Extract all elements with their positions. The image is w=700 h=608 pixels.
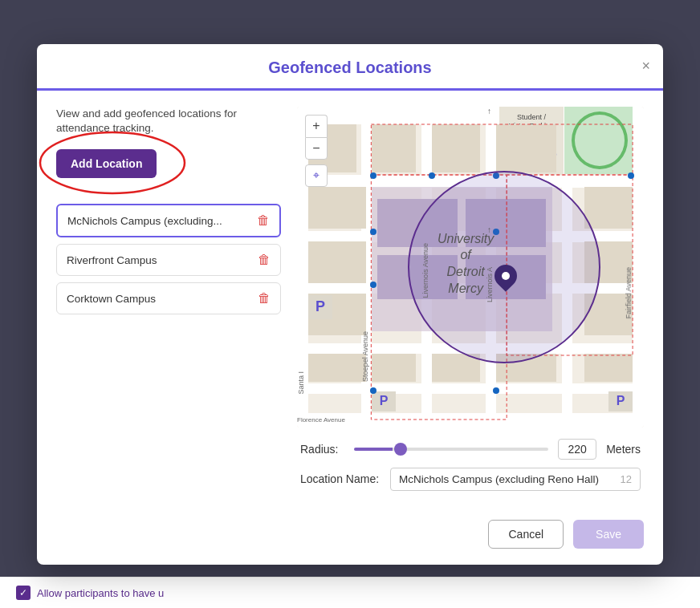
street-label-livernois2: Livernois A bbox=[486, 267, 494, 302]
delete-corktown-button[interactable]: 🗑 bbox=[258, 291, 271, 306]
street-label-fairfield: Fairfield Avenue bbox=[625, 267, 633, 318]
description-text: View and add geofenced locations for att… bbox=[56, 107, 281, 137]
modal-body: View and add geofenced locations for att… bbox=[37, 91, 663, 507]
street-label-santa: Santa I bbox=[297, 371, 305, 395]
add-location-button[interactable]: Add Location bbox=[56, 149, 157, 178]
street-label-livernois1: Livernois Avenue bbox=[421, 243, 429, 298]
bottom-bar: ✓ Allow participants to have u bbox=[0, 577, 700, 608]
modal-footer: Cancel Save bbox=[37, 507, 663, 565]
street-label-florence: Florence Avenue bbox=[297, 416, 345, 424]
map-pin bbox=[494, 265, 517, 287]
my-location-button[interactable]: ⌖ bbox=[305, 164, 328, 187]
modal-title: Geofenced Locations bbox=[268, 59, 431, 77]
cancel-button[interactable]: Cancel bbox=[488, 520, 564, 549]
location-name-char-count: 12 bbox=[621, 473, 632, 485]
right-panel: Student /Vistor ParkingLot F P bbox=[297, 107, 644, 491]
location-name-input[interactable]: McNichols Campus (excluding Reno Hall) 1… bbox=[390, 468, 641, 491]
delete-riverfront-button[interactable]: 🗑 bbox=[258, 253, 271, 267]
radius-label: Radius: bbox=[300, 443, 344, 456]
street-label-stoepel: Stoepel Avenue bbox=[361, 331, 369, 382]
radius-unit: Meters bbox=[606, 443, 641, 456]
map-controls: + − bbox=[305, 115, 328, 160]
left-panel: View and add geofenced locations for att… bbox=[56, 107, 281, 491]
close-button[interactable]: × bbox=[641, 59, 650, 73]
allow-participants-checkbox[interactable]: ✓ bbox=[16, 586, 31, 600]
radius-value: 220 bbox=[558, 439, 596, 460]
location-name-riverfront: Riverfront Campus bbox=[67, 254, 157, 266]
location-item-corktown[interactable]: Corktown Campus 🗑 bbox=[56, 282, 281, 314]
location-name-row: Location Name: McNichols Campus (excludi… bbox=[297, 468, 644, 491]
zoom-out-button[interactable]: − bbox=[305, 137, 328, 160]
location-name-value: McNichols Campus (excluding Reno Hall) bbox=[399, 473, 599, 485]
modal-header: Geofenced Locations × bbox=[37, 44, 663, 91]
geofenced-locations-modal: Geofenced Locations × View and add geofe… bbox=[37, 44, 663, 565]
location-item-mcnichols[interactable]: McNichols Campus (excluding... 🗑 bbox=[56, 204, 281, 237]
location-name-mcnichols: McNichols Campus (excluding... bbox=[67, 215, 222, 227]
delete-mcnichols-button[interactable]: 🗑 bbox=[257, 213, 270, 228]
radius-slider[interactable] bbox=[354, 448, 548, 451]
location-name-label: Location Name: bbox=[300, 472, 381, 485]
location-list: McNichols Campus (excluding... 🗑 Riverfr… bbox=[56, 204, 281, 314]
map-container[interactable]: Student /Vistor ParkingLot F P bbox=[297, 107, 644, 428]
save-button[interactable]: Save bbox=[573, 520, 644, 549]
zoom-in-button[interactable]: + bbox=[305, 115, 328, 137]
location-item-riverfront[interactable]: Riverfront Campus 🗑 bbox=[56, 244, 281, 276]
radius-row: Radius: 220 Meters bbox=[297, 439, 644, 460]
location-name-corktown: Corktown Campus bbox=[67, 293, 156, 305]
allow-participants-text: Allow participants to have u bbox=[37, 587, 164, 599]
